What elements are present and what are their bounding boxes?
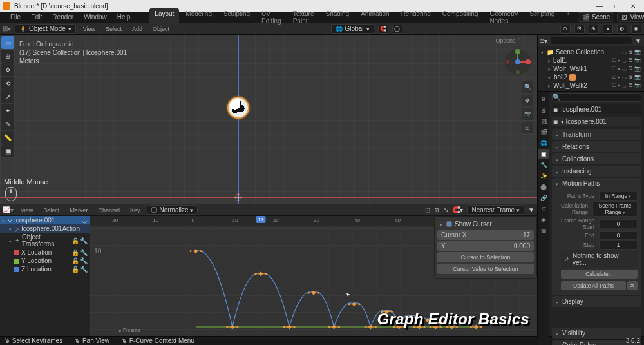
tab-layout[interactable]: Layout <box>149 8 179 26</box>
tree-ch-x[interactable]: X Location🔒🔧 <box>0 248 90 257</box>
outliner-item-3[interactable]: ▸ Wolf_Walk2☐ ▸ ◡ 🖫 📷 <box>539 81 643 90</box>
soccer-ball-object[interactable] <box>227 97 249 119</box>
outliner-filter-icon[interactable]: ▼ <box>635 37 641 44</box>
tree-group[interactable]: ✦ Object Transforms🔒🔧 <box>0 233 90 248</box>
shading-wireframe[interactable]: ⊕ <box>589 25 599 34</box>
sect-motion-header[interactable]: Motion Paths <box>552 178 641 189</box>
window-minimize-button[interactable]: — <box>591 1 608 11</box>
proptab-object[interactable]: ▣ <box>538 149 549 159</box>
sect-display[interactable]: Display <box>552 296 641 307</box>
sect-transform[interactable]: Transform <box>552 129 641 140</box>
shading-rendered[interactable]: ◉ <box>631 25 641 34</box>
window-maximize-button[interactable]: □ <box>608 1 625 11</box>
show-cursor-checkbox[interactable] <box>446 221 452 227</box>
ge-cursor-icon[interactable]: ⊕ <box>434 206 439 213</box>
mod-icon[interactable]: 🔧 <box>80 237 88 244</box>
outliner-search[interactable] <box>550 37 632 44</box>
proptab-particles[interactable]: ✨ <box>538 171 549 181</box>
ge-menu-key[interactable]: Key <box>127 206 144 214</box>
tab-scripting[interactable]: Scripting <box>524 8 560 26</box>
start-field[interactable]: 0 <box>599 219 638 228</box>
viewport-menu-view[interactable]: View <box>80 25 99 33</box>
sect-collections[interactable]: Collections <box>552 153 641 164</box>
outliner-scene-collection[interactable]: 📁 Scene Collection◡ 🖫 📷 <box>539 48 643 56</box>
mode-selector[interactable]: 🧍 Object Mode ▾ <box>15 24 76 34</box>
outliner-item-1[interactable]: ▸ Wolf_Walk1☐ ▸ ◡ 🖫 📷 <box>539 64 643 73</box>
vis-icon[interactable]: ◡ <box>82 217 88 224</box>
tool-transform[interactable]: ✦ <box>1 104 14 117</box>
tool-addcube[interactable]: ▣ <box>1 144 14 157</box>
paths-type-field[interactable]: In Range <box>599 192 638 201</box>
menu-file[interactable]: File <box>6 12 24 22</box>
snap-toggle[interactable]: 🧲 <box>378 25 388 34</box>
menu-edit[interactable]: Edit <box>27 12 46 22</box>
pan-icon[interactable]: ✥ <box>522 95 533 106</box>
tree-ch-z[interactable]: Z Location🔒🔧 <box>0 265 90 273</box>
tool-scale[interactable]: ⤢ <box>1 90 14 103</box>
clear-paths-button[interactable]: ✕ <box>627 281 638 290</box>
tool-measure[interactable]: 📏 <box>1 131 14 144</box>
tab-compositing[interactable]: Compositing <box>437 8 484 26</box>
viewport-options[interactable]: Options ˅ <box>495 37 520 44</box>
shading-solid[interactable]: ● <box>603 25 613 34</box>
proptab-output[interactable]: 🖨 <box>538 105 549 115</box>
tree-ch-y[interactable]: Y Location🔒🔧 <box>0 257 90 265</box>
normalize-checkbox[interactable] <box>151 207 157 213</box>
3d-viewport[interactable]: ▭ ⊕ ✥ ⟲ ⤢ ✦ ✎ 📏 ▣ Front Orthographic (17… <box>0 35 537 204</box>
proptab-scene[interactable]: 🎬 <box>538 127 549 137</box>
tool-rotate[interactable]: ⟲ <box>1 77 14 90</box>
step-field[interactable]: 1 <box>599 241 638 250</box>
tab-sculpting[interactable]: Sculpting <box>218 8 255 26</box>
proptab-modifiers[interactable]: 🔧 <box>538 160 549 170</box>
outliner-item-0[interactable]: ▸ ball1☐ ▸ ◡ 🖫 📷 <box>539 56 643 64</box>
overlay-toggle[interactable]: ⊙ <box>560 25 571 34</box>
sect-instancing[interactable]: Instancing <box>552 166 641 177</box>
zoom-icon[interactable]: 🔍 <box>522 81 533 93</box>
tool-select-box[interactable]: ▭ <box>1 36 14 49</box>
lock-icon[interactable]: 🔒 <box>71 237 79 244</box>
update-paths-button[interactable]: Update All Paths <box>561 281 626 290</box>
orientation-selector[interactable]: 🌐 Global ▾ <box>331 24 374 34</box>
graph-plot-area[interactable]: -20-1001020304050607080 10 17 Resize Gra… <box>90 216 537 336</box>
viewlayer-selector[interactable]: 🖼 ViewLayer <box>617 12 644 22</box>
ge-menu-select[interactable]: Select <box>40 206 62 214</box>
ge-menu-marker[interactable]: Marker <box>66 206 91 214</box>
calc-range-field[interactable]: Scene Frame Range <box>592 201 638 217</box>
outliner-item-2[interactable]: ball2 ☑ ▸ ◡ 🖫 📷 <box>539 73 643 81</box>
shading-material[interactable]: ◐ <box>617 25 627 34</box>
viewport-menu-add[interactable]: Add <box>129 25 146 33</box>
proptab-physics[interactable]: ⬤ <box>538 182 549 192</box>
sect-relations[interactable]: Relations <box>552 141 641 152</box>
tree-action[interactable]: ▷ Icosphere.001Action <box>0 224 90 233</box>
cursor-to-selection-button[interactable]: Cursor to Selection <box>437 252 534 262</box>
tab-rendering[interactable]: Rendering <box>396 8 436 26</box>
perspective-icon[interactable]: ⊞ <box>522 122 533 133</box>
proptab-world[interactable]: 🌐 <box>538 138 549 148</box>
tool-annotate[interactable]: ✎ <box>1 117 14 130</box>
window-close-button[interactable]: ✕ <box>625 1 641 11</box>
snap-mode-selector[interactable]: Nearest Frame ▾ <box>467 205 524 215</box>
tab-add[interactable]: + <box>561 8 575 26</box>
proportional-edit-toggle[interactable]: ◯ <box>392 25 402 34</box>
proptab-constraints[interactable]: 🔗 <box>538 193 549 203</box>
ge-menu-channel[interactable]: Channel <box>95 206 123 214</box>
properties-search[interactable]: 🔍 <box>552 93 641 102</box>
calculate-button[interactable]: Calculate... <box>561 270 638 279</box>
tab-geonodes[interactable]: Geometry Nodes <box>484 8 523 26</box>
tab-modeling[interactable]: Modeling <box>180 8 217 26</box>
editor-type-icon[interactable]: ⊞▾ <box>3 25 11 32</box>
cursor-y-field[interactable]: Y0.000 <box>437 241 534 251</box>
tool-move[interactable]: ✥ <box>1 63 14 76</box>
ge-interp-icon[interactable]: ∿ <box>443 206 448 213</box>
tool-cursor[interactable]: ⊕ <box>1 50 14 63</box>
ge-snap-icon[interactable]: 🧲▾ <box>452 206 463 213</box>
scene-selector[interactable]: 🎬 Scene <box>578 12 614 22</box>
nav-gizmo[interactable] <box>502 46 533 77</box>
cursor-x-field[interactable]: Cursor X17 <box>437 230 534 240</box>
ge-preview-range[interactable]: ⊡ <box>425 206 430 213</box>
proptab-viewlayer[interactable]: 🖼 <box>538 116 549 126</box>
menu-window[interactable]: Window <box>80 12 111 22</box>
properties-breadcrumb[interactable]: ▣ Icosphere.001 <box>552 104 641 114</box>
tab-uvediting[interactable]: UV Editing <box>256 8 287 26</box>
end-field[interactable]: 0 <box>599 231 638 240</box>
